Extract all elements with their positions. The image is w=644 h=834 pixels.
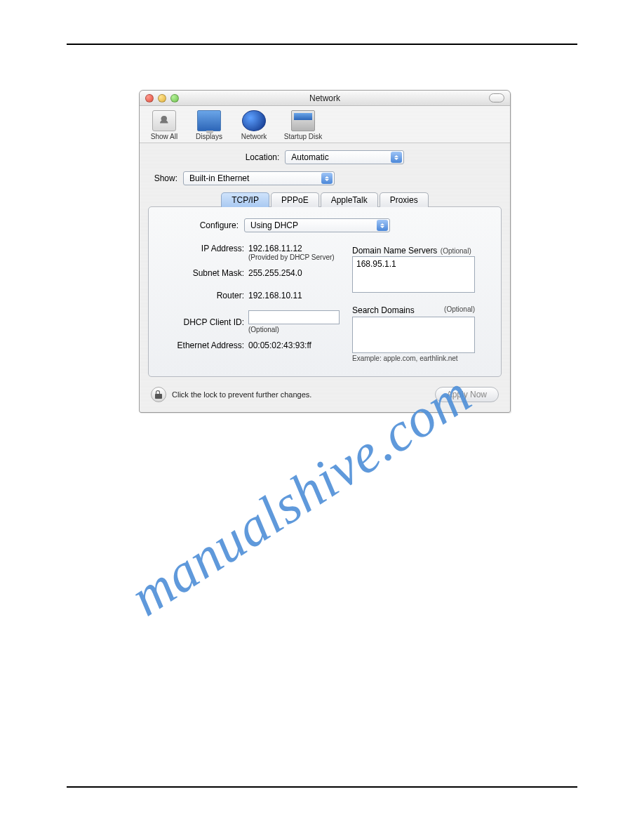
lock-icon: [155, 390, 162, 399]
router-value: 192.168.10.11: [248, 291, 302, 300]
show-all-icon: [152, 110, 176, 131]
tab-tcpip[interactable]: TCP/IP: [221, 192, 269, 207]
ip-address-label: IP Address:: [161, 244, 244, 253]
chevron-updown-icon: [321, 173, 333, 184]
tab-pppoe[interactable]: PPPoE: [271, 192, 319, 207]
tab-proxies[interactable]: Proxies: [380, 192, 429, 207]
chevron-updown-icon: [377, 220, 388, 231]
window-titlebar: Network: [140, 91, 510, 106]
show-label: Show:: [148, 173, 177, 183]
dhcp-client-id-label: DHCP Client ID:: [161, 317, 244, 327]
toolbar-toggle-icon[interactable]: [489, 93, 504, 102]
lock-help-text: Click the lock to prevent further change…: [172, 390, 311, 399]
search-domains-input[interactable]: [352, 317, 475, 353]
router-label: Router:: [161, 291, 244, 300]
ethernet-address-value: 00:05:02:43:93:ff: [248, 340, 311, 350]
ip-address-value: 192.168.11.12: [248, 244, 335, 253]
page-rule-bottom: [67, 786, 577, 788]
tab-appletalk[interactable]: AppleTalk: [321, 192, 378, 207]
toolbar-label: Displays: [192, 133, 227, 140]
search-domains-label: Search Domains: [352, 305, 415, 315]
tab-bar: TCP/IP PPPoE AppleTalk Proxies: [148, 192, 502, 207]
toolbar-network[interactable]: Network: [236, 110, 271, 140]
network-preferences-window: Network Show All Displays Network Startu…: [139, 90, 511, 413]
search-domains-optional: (Optional): [444, 305, 475, 317]
toolbar-label: Network: [236, 133, 271, 140]
tcpip-panel: Configure: Using DHCP IP Address: 192.16…: [148, 206, 502, 377]
chevron-updown-icon: [391, 152, 402, 163]
toolbar-label: Show All: [147, 133, 182, 140]
page-rule-top: [67, 44, 577, 45]
toolbar-startup-disk[interactable]: Startup Disk: [281, 110, 325, 140]
displays-icon: [197, 110, 221, 131]
startup-disk-icon: [291, 110, 315, 131]
window-title: Network: [140, 93, 510, 103]
subnet-mask-label: Subnet Mask:: [161, 268, 244, 278]
dns-input[interactable]: 168.95.1.1: [352, 256, 475, 293]
network-icon: [242, 110, 266, 131]
ethernet-address-label: Ethernet Address:: [161, 340, 244, 350]
apply-now-button[interactable]: Apply Now: [435, 387, 499, 402]
lock-button[interactable]: [151, 387, 166, 402]
show-select[interactable]: Built-in Ethernet: [183, 171, 335, 185]
show-value: Built-in Ethernet: [189, 173, 249, 183]
dns-optional: (Optional): [441, 247, 471, 255]
configure-value: Using DHCP: [250, 220, 298, 230]
configure-label: Configure:: [161, 220, 239, 230]
ip-address-note: (Provided by DHCP Server): [248, 253, 335, 261]
dhcp-client-id-note: (Optional): [248, 326, 340, 333]
preferences-toolbar: Show All Displays Network Startup Disk: [140, 106, 510, 143]
toolbar-show-all[interactable]: Show All: [147, 110, 182, 140]
location-label: Location:: [246, 152, 280, 162]
toolbar-displays[interactable]: Displays: [192, 110, 227, 140]
subnet-mask-value: 255.255.254.0: [248, 268, 302, 278]
configure-select[interactable]: Using DHCP: [244, 218, 390, 232]
search-domains-example: Example: apple.com, earthlink.net: [352, 355, 488, 362]
dns-label: Domain Name Servers: [352, 246, 437, 256]
location-value: Automatic: [291, 152, 328, 162]
toolbar-label: Startup Disk: [281, 133, 325, 140]
dhcp-client-id-input[interactable]: [248, 310, 340, 324]
location-select[interactable]: Automatic: [285, 150, 404, 164]
